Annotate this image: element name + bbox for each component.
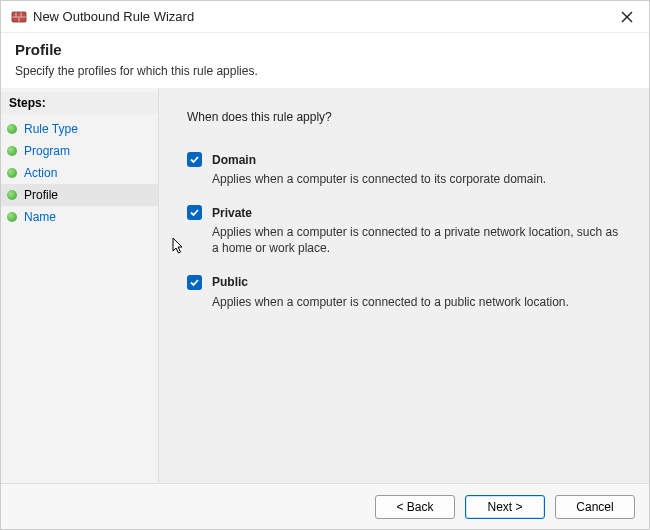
steps-list: Rule Type Program Action Profile Name bbox=[1, 114, 158, 228]
option-public: Public Applies when a computer is connec… bbox=[187, 275, 627, 310]
checkmark-icon bbox=[189, 277, 200, 288]
page-subtitle: Specify the profiles for which this rule… bbox=[15, 64, 635, 78]
option-description: Applies when a computer is connected to … bbox=[212, 171, 627, 187]
checkmark-icon bbox=[189, 154, 200, 165]
step-bullet-icon bbox=[7, 168, 17, 178]
wizard-header: Profile Specify the profiles for which t… bbox=[1, 33, 649, 88]
wizard-window: New Outbound Rule Wizard Profile Specify… bbox=[0, 0, 650, 530]
close-button[interactable] bbox=[615, 5, 639, 29]
titlebar: New Outbound Rule Wizard bbox=[1, 1, 649, 33]
back-button[interactable]: < Back bbox=[375, 495, 455, 519]
step-label: Rule Type bbox=[24, 122, 78, 136]
firewall-icon bbox=[11, 9, 27, 25]
next-button[interactable]: Next > bbox=[465, 495, 545, 519]
close-icon bbox=[621, 11, 633, 23]
step-profile[interactable]: Profile bbox=[1, 184, 158, 206]
option-description: Applies when a computer is connected to … bbox=[212, 294, 627, 310]
option-description: Applies when a computer is connected to … bbox=[212, 224, 627, 256]
option-label: Domain bbox=[212, 153, 256, 167]
step-label: Action bbox=[24, 166, 57, 180]
step-bullet-icon bbox=[7, 190, 17, 200]
page-title: Profile bbox=[15, 41, 635, 58]
option-label: Private bbox=[212, 206, 252, 220]
step-program[interactable]: Program bbox=[1, 140, 158, 162]
step-bullet-icon bbox=[7, 124, 17, 134]
step-label: Program bbox=[24, 144, 70, 158]
step-label: Profile bbox=[24, 188, 58, 202]
option-private: Private Applies when a computer is conne… bbox=[187, 205, 627, 256]
content-question: When does this rule apply? bbox=[187, 110, 627, 124]
option-domain: Domain Applies when a computer is connec… bbox=[187, 152, 627, 187]
checkbox-public[interactable] bbox=[187, 275, 202, 290]
checkbox-private[interactable] bbox=[187, 205, 202, 220]
cancel-button[interactable]: Cancel bbox=[555, 495, 635, 519]
checkmark-icon bbox=[189, 207, 200, 218]
wizard-footer: < Back Next > Cancel bbox=[1, 483, 649, 529]
step-bullet-icon bbox=[7, 146, 17, 156]
step-rule-type[interactable]: Rule Type bbox=[1, 118, 158, 140]
steps-heading: Steps: bbox=[1, 92, 158, 114]
step-action[interactable]: Action bbox=[1, 162, 158, 184]
option-label: Public bbox=[212, 275, 248, 289]
step-label: Name bbox=[24, 210, 56, 224]
steps-sidebar: Steps: Rule Type Program Action Profile bbox=[1, 88, 159, 483]
wizard-body: Steps: Rule Type Program Action Profile bbox=[1, 88, 649, 483]
step-name[interactable]: Name bbox=[1, 206, 158, 228]
checkbox-domain[interactable] bbox=[187, 152, 202, 167]
cursor-icon bbox=[172, 237, 186, 258]
step-bullet-icon bbox=[7, 212, 17, 222]
content-panel: When does this rule apply? Domain Applie… bbox=[159, 88, 649, 483]
window-title: New Outbound Rule Wizard bbox=[33, 9, 615, 24]
